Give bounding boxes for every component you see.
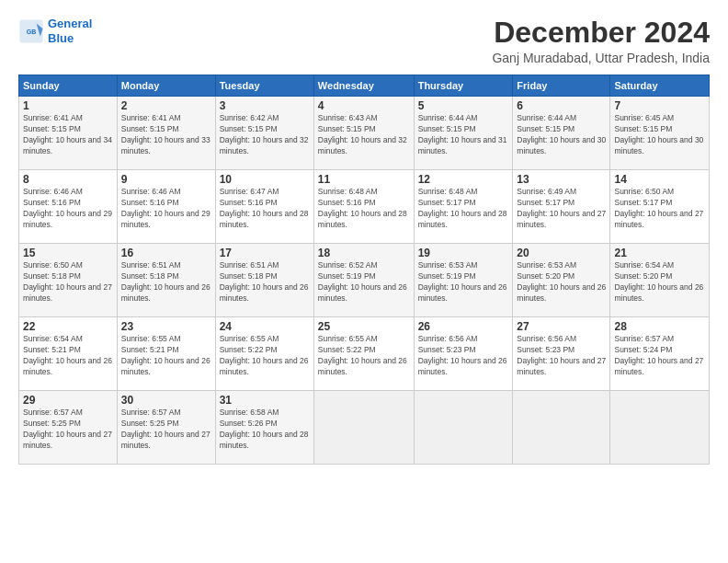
calendar-cell: 1 Sunrise: 6:41 AM Sunset: 5:15 PM Dayli… — [19, 97, 118, 170]
day-number: 14 — [614, 173, 705, 186]
calendar-cell: 30 Sunrise: 6:57 AM Sunset: 5:25 PM Dayl… — [117, 391, 215, 465]
day-info: Sunrise: 6:55 AM Sunset: 5:22 PM Dayligh… — [220, 334, 310, 378]
calendar-cell: 28 Sunrise: 6:57 AM Sunset: 5:24 PM Dayl… — [610, 317, 710, 391]
day-info: Sunrise: 6:42 AM Sunset: 5:15 PM Dayligh… — [220, 113, 310, 157]
day-info: Sunrise: 6:55 AM Sunset: 5:22 PM Dayligh… — [318, 334, 410, 378]
day-number: 30 — [121, 394, 211, 407]
day-info: Sunrise: 6:48 AM Sunset: 5:16 PM Dayligh… — [318, 187, 410, 231]
day-info: Sunrise: 6:44 AM Sunset: 5:15 PM Dayligh… — [418, 113, 509, 157]
calendar-cell: 8 Sunrise: 6:46 AM Sunset: 5:16 PM Dayli… — [19, 170, 118, 244]
calendar-cell: 7 Sunrise: 6:45 AM Sunset: 5:15 PM Dayli… — [610, 97, 710, 170]
calendar-cell: 22 Sunrise: 6:54 AM Sunset: 5:21 PM Dayl… — [19, 317, 118, 391]
subtitle: Ganj Muradabad, Uttar Pradesh, India — [492, 51, 710, 65]
day-info: Sunrise: 6:50 AM Sunset: 5:17 PM Dayligh… — [614, 187, 705, 231]
day-info: Sunrise: 6:57 AM Sunset: 5:24 PM Dayligh… — [614, 334, 705, 378]
logo-icon: GB — [18, 18, 44, 44]
calendar-cell: 6 Sunrise: 6:44 AM Sunset: 5:15 PM Dayli… — [513, 97, 610, 170]
day-number: 26 — [418, 320, 509, 333]
day-info: Sunrise: 6:52 AM Sunset: 5:19 PM Dayligh… — [318, 260, 410, 304]
col-saturday: Saturday — [610, 75, 710, 97]
calendar-cell: 25 Sunrise: 6:55 AM Sunset: 5:22 PM Dayl… — [313, 317, 414, 391]
day-info: Sunrise: 6:57 AM Sunset: 5:25 PM Dayligh… — [23, 408, 113, 452]
day-info: Sunrise: 6:53 AM Sunset: 5:20 PM Dayligh… — [517, 260, 606, 304]
calendar-cell: 18 Sunrise: 6:52 AM Sunset: 5:19 PM Dayl… — [313, 244, 414, 317]
day-number: 3 — [220, 99, 310, 112]
calendar-cell: 24 Sunrise: 6:55 AM Sunset: 5:22 PM Dayl… — [215, 317, 313, 391]
day-number: 8 — [23, 173, 113, 186]
day-info: Sunrise: 6:58 AM Sunset: 5:26 PM Dayligh… — [220, 408, 310, 452]
calendar-week-5: 29 Sunrise: 6:57 AM Sunset: 5:25 PM Dayl… — [19, 391, 710, 465]
day-number: 12 — [418, 173, 509, 186]
calendar-cell: 11 Sunrise: 6:48 AM Sunset: 5:16 PM Dayl… — [313, 170, 414, 244]
day-info: Sunrise: 6:41 AM Sunset: 5:15 PM Dayligh… — [23, 113, 113, 157]
logo: GB General Blue — [18, 17, 92, 45]
day-number: 23 — [121, 320, 211, 333]
day-info: Sunrise: 6:43 AM Sunset: 5:15 PM Dayligh… — [318, 113, 410, 157]
day-number: 4 — [318, 99, 410, 112]
day-number: 15 — [23, 247, 113, 259]
day-number: 27 — [517, 320, 606, 333]
day-info: Sunrise: 6:50 AM Sunset: 5:18 PM Dayligh… — [23, 260, 113, 304]
day-info: Sunrise: 6:45 AM Sunset: 5:15 PM Dayligh… — [614, 113, 705, 157]
day-number: 9 — [121, 173, 211, 186]
calendar-header-row: Sunday Monday Tuesday Wednesday Thursday… — [19, 75, 710, 97]
col-thursday: Thursday — [414, 75, 513, 97]
day-info: Sunrise: 6:54 AM Sunset: 5:21 PM Dayligh… — [23, 334, 113, 378]
day-info: Sunrise: 6:47 AM Sunset: 5:16 PM Dayligh… — [220, 187, 310, 231]
day-info: Sunrise: 6:49 AM Sunset: 5:17 PM Dayligh… — [517, 187, 606, 231]
title-block: December 2024 Ganj Muradabad, Uttar Prad… — [492, 17, 710, 65]
calendar-cell — [414, 391, 513, 465]
calendar-cell: 16 Sunrise: 6:51 AM Sunset: 5:18 PM Dayl… — [117, 244, 215, 317]
day-info: Sunrise: 6:46 AM Sunset: 5:16 PM Dayligh… — [121, 187, 211, 231]
calendar-cell: 31 Sunrise: 6:58 AM Sunset: 5:26 PM Dayl… — [215, 391, 313, 465]
day-number: 19 — [418, 247, 509, 259]
day-info: Sunrise: 6:53 AM Sunset: 5:19 PM Dayligh… — [418, 260, 509, 304]
day-number: 1 — [23, 99, 113, 112]
day-number: 24 — [220, 320, 310, 333]
calendar-cell: 10 Sunrise: 6:47 AM Sunset: 5:16 PM Dayl… — [215, 170, 313, 244]
calendar-cell: 26 Sunrise: 6:56 AM Sunset: 5:23 PM Dayl… — [414, 317, 513, 391]
day-number: 21 — [614, 247, 705, 259]
day-info: Sunrise: 6:44 AM Sunset: 5:15 PM Dayligh… — [517, 113, 606, 157]
day-info: Sunrise: 6:56 AM Sunset: 5:23 PM Dayligh… — [418, 334, 509, 378]
day-number: 22 — [23, 320, 113, 333]
day-number: 28 — [614, 320, 705, 333]
col-wednesday: Wednesday — [313, 75, 414, 97]
calendar-cell: 4 Sunrise: 6:43 AM Sunset: 5:15 PM Dayli… — [313, 97, 414, 170]
calendar-cell: 5 Sunrise: 6:44 AM Sunset: 5:15 PM Dayli… — [414, 97, 513, 170]
day-number: 6 — [517, 99, 606, 112]
col-monday: Monday — [117, 75, 215, 97]
day-number: 13 — [517, 173, 606, 186]
day-info: Sunrise: 6:51 AM Sunset: 5:18 PM Dayligh… — [220, 260, 310, 304]
day-number: 2 — [121, 99, 211, 112]
calendar-cell: 21 Sunrise: 6:54 AM Sunset: 5:20 PM Dayl… — [610, 244, 710, 317]
calendar-week-4: 22 Sunrise: 6:54 AM Sunset: 5:21 PM Dayl… — [19, 317, 710, 391]
day-number: 31 — [220, 394, 310, 407]
calendar-cell: 2 Sunrise: 6:41 AM Sunset: 5:15 PM Dayli… — [117, 97, 215, 170]
day-number: 5 — [418, 99, 509, 112]
day-number: 29 — [23, 394, 113, 407]
day-info: Sunrise: 6:54 AM Sunset: 5:20 PM Dayligh… — [614, 260, 705, 304]
day-info: Sunrise: 6:51 AM Sunset: 5:18 PM Dayligh… — [121, 260, 211, 304]
day-number: 20 — [517, 247, 606, 259]
calendar-cell: 13 Sunrise: 6:49 AM Sunset: 5:17 PM Dayl… — [513, 170, 610, 244]
svg-text:GB: GB — [27, 28, 37, 34]
day-number: 10 — [220, 173, 310, 186]
col-friday: Friday — [513, 75, 610, 97]
day-info: Sunrise: 6:56 AM Sunset: 5:23 PM Dayligh… — [517, 334, 606, 378]
calendar-week-1: 1 Sunrise: 6:41 AM Sunset: 5:15 PM Dayli… — [19, 97, 710, 170]
calendar-cell — [313, 391, 414, 465]
day-info: Sunrise: 6:41 AM Sunset: 5:15 PM Dayligh… — [121, 113, 211, 157]
calendar-cell: 29 Sunrise: 6:57 AM Sunset: 5:25 PM Dayl… — [19, 391, 118, 465]
day-number: 16 — [121, 247, 211, 259]
calendar-cell: 17 Sunrise: 6:51 AM Sunset: 5:18 PM Dayl… — [215, 244, 313, 317]
col-tuesday: Tuesday — [215, 75, 313, 97]
logo-text: General Blue — [48, 17, 92, 45]
calendar-cell: 3 Sunrise: 6:42 AM Sunset: 5:15 PM Dayli… — [215, 97, 313, 170]
day-info: Sunrise: 6:55 AM Sunset: 5:21 PM Dayligh… — [121, 334, 211, 378]
calendar-cell: 20 Sunrise: 6:53 AM Sunset: 5:20 PM Dayl… — [513, 244, 610, 317]
calendar-cell — [610, 391, 710, 465]
calendar-table: Sunday Monday Tuesday Wednesday Thursday… — [18, 75, 710, 465]
day-number: 17 — [220, 247, 310, 259]
day-number: 25 — [318, 320, 410, 333]
